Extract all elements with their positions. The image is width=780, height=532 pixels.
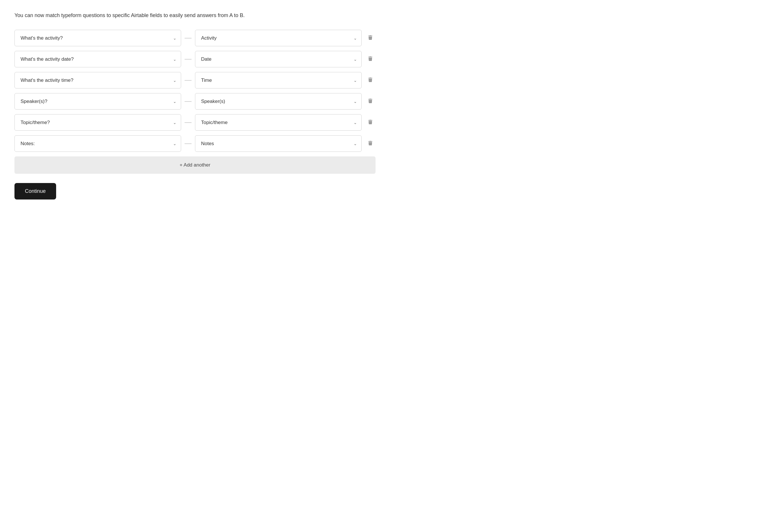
add-another-button[interactable]: + Add another <box>14 156 376 174</box>
field-select-6[interactable]: Notes <box>195 135 362 152</box>
trash-icon <box>368 35 373 41</box>
field-select-wrapper-4: Speaker(s) ⌄ <box>195 93 362 110</box>
connector-line <box>185 59 192 60</box>
field-select-wrapper-1: Activity ⌄ <box>195 30 362 46</box>
description-text: You can now match typeform questions to … <box>14 11 376 19</box>
field-select-1[interactable]: Activity <box>195 30 362 46</box>
question-select-wrapper-3: What's the activity time? ⌄ <box>14 72 181 89</box>
mapping-row: What's the activity time? ⌄ Time ⌄ <box>14 72 376 89</box>
connector-line <box>185 144 192 144</box>
field-select-wrapper-5: Topic/theme ⌄ <box>195 114 362 131</box>
mapping-row: Notes: ⌄ Notes ⌄ <box>14 135 376 152</box>
mapping-rows: What's the activity? ⌄ Activity ⌄ <box>14 30 376 152</box>
delete-row-button-1[interactable] <box>365 33 376 44</box>
mapping-row: What's the activity? ⌄ Activity ⌄ <box>14 30 376 46</box>
field-select-3[interactable]: Time <box>195 72 362 89</box>
field-select-wrapper-6: Notes ⌄ <box>195 135 362 152</box>
trash-icon <box>368 77 373 84</box>
continue-button[interactable]: Continue <box>14 183 56 200</box>
trash-icon <box>368 119 373 126</box>
question-select-2[interactable]: What's the activity date? <box>14 51 181 67</box>
trash-icon <box>368 98 373 105</box>
delete-row-button-3[interactable] <box>365 74 376 86</box>
delete-row-button-4[interactable] <box>365 96 376 107</box>
question-select-4[interactable]: Speaker(s)? <box>14 93 181 110</box>
connector-line <box>185 122 192 123</box>
question-select-wrapper-1: What's the activity? ⌄ <box>14 30 181 46</box>
delete-row-button-5[interactable] <box>365 117 376 128</box>
question-select-3[interactable]: What's the activity time? <box>14 72 181 89</box>
delete-row-button-6[interactable] <box>365 138 376 149</box>
question-select-wrapper-6: Notes: ⌄ <box>14 135 181 152</box>
question-select-wrapper-4: Speaker(s)? ⌄ <box>14 93 181 110</box>
question-select-1[interactable]: What's the activity? <box>14 30 181 46</box>
trash-icon <box>368 140 373 147</box>
trash-icon <box>368 56 373 62</box>
field-select-2[interactable]: Date <box>195 51 362 67</box>
question-select-5[interactable]: Topic/theme? <box>14 114 181 131</box>
field-select-wrapper-3: Time ⌄ <box>195 72 362 89</box>
field-select-wrapper-2: Date ⌄ <box>195 51 362 67</box>
connector-line <box>185 101 192 102</box>
mapping-row: Topic/theme? ⌄ Topic/theme ⌄ <box>14 114 376 131</box>
connector-line <box>185 38 192 39</box>
field-select-5[interactable]: Topic/theme <box>195 114 362 131</box>
mapping-row: What's the activity date? ⌄ Date ⌄ <box>14 51 376 67</box>
connector-line <box>185 80 192 81</box>
question-select-6[interactable]: Notes: <box>14 135 181 152</box>
mapping-row: Speaker(s)? ⌄ Speaker(s) ⌄ <box>14 93 376 110</box>
question-select-wrapper-5: Topic/theme? ⌄ <box>14 114 181 131</box>
question-select-wrapper-2: What's the activity date? ⌄ <box>14 51 181 67</box>
delete-row-button-2[interactable] <box>365 53 376 65</box>
field-select-4[interactable]: Speaker(s) <box>195 93 362 110</box>
